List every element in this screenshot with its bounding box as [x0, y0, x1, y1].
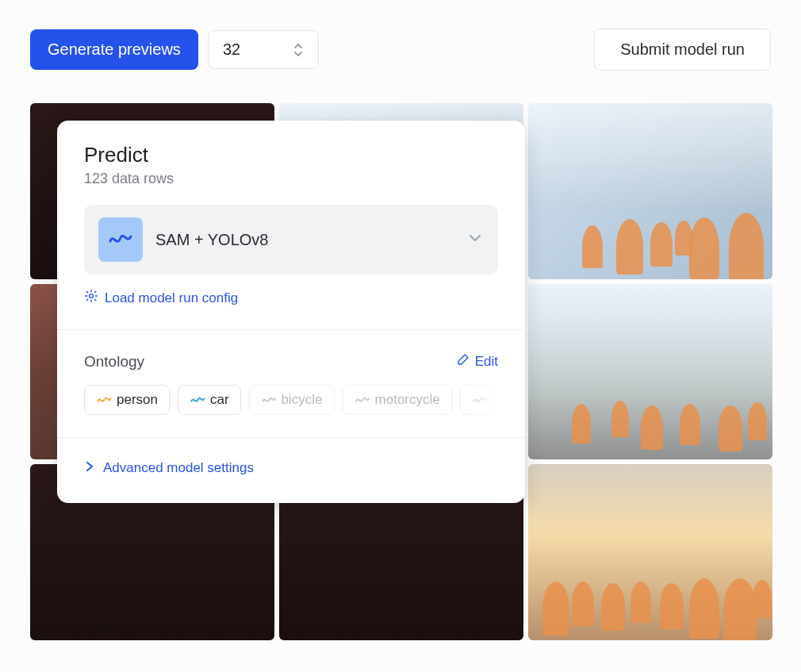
squiggle-icon [355, 392, 370, 408]
panel-title: Predict [84, 143, 498, 167]
ontology-tag-person[interactable]: person [84, 385, 170, 415]
tag-label: motorcycle [375, 392, 440, 408]
load-config-label: Load model run config [105, 290, 238, 306]
squiggle-icon [190, 392, 205, 408]
gear-icon [84, 289, 98, 307]
ontology-tag-bicycle[interactable]: bicycle [249, 385, 335, 415]
squiggle-icon [261, 392, 277, 408]
submit-model-run-button[interactable]: Submit model run [594, 29, 771, 71]
chevron-down-icon [466, 229, 484, 250]
generate-previews-button[interactable]: Generate previews [30, 29, 198, 70]
advanced-settings-link[interactable]: Advanced model settings [57, 438, 525, 503]
edit-ontology-link[interactable]: Edit [456, 352, 498, 371]
count-value: 32 [223, 40, 240, 59]
squiggle-icon [96, 392, 112, 408]
load-config-link[interactable]: Load model run config [84, 289, 498, 307]
model-squiggle-icon [98, 217, 143, 262]
ontology-tag-car[interactable]: car [178, 385, 241, 415]
count-stepper[interactable]: 32 [208, 30, 319, 69]
grid-tile[interactable] [528, 103, 772, 279]
tag-label: a [492, 392, 498, 408]
ontology-tag-motorcycle[interactable]: motorcycle [343, 385, 452, 415]
squiggle-icon [472, 392, 488, 408]
predict-panel: Predict 123 data rows SAM + YOLOv8 Load … [57, 121, 525, 503]
ontology-tags: person car bicycle motorcycle a [84, 385, 498, 415]
tag-label: bicycle [282, 392, 323, 408]
stepper-arrows-icon[interactable] [293, 42, 304, 58]
grid-tile[interactable] [528, 464, 772, 640]
grid-tile[interactable] [528, 284, 772, 460]
model-name: SAM + YOLOv8 [155, 231, 454, 249]
pencil-icon [456, 352, 470, 371]
ontology-tag-more[interactable]: a [460, 385, 498, 415]
svg-point-0 [90, 294, 94, 298]
tag-label: person [117, 392, 158, 408]
advanced-label: Advanced model settings [103, 460, 254, 476]
model-select-dropdown[interactable]: SAM + YOLOv8 [84, 205, 498, 275]
ontology-title: Ontology [84, 353, 144, 371]
chevron-right-icon [84, 460, 95, 476]
toolbar: Generate previews 32 Submit model run [0, 0, 801, 86]
panel-subtitle: 123 data rows [84, 171, 498, 187]
tag-label: car [210, 392, 229, 408]
edit-label: Edit [475, 354, 498, 370]
